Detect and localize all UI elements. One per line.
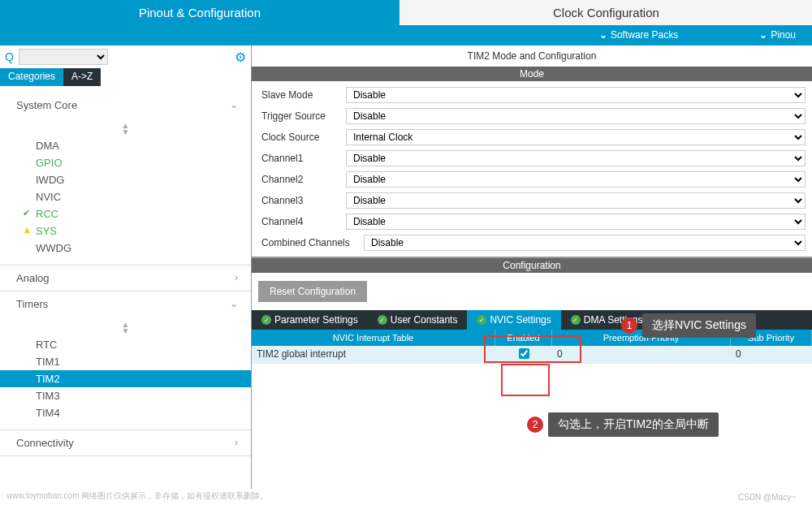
- annotation-1: 1 选择NVIC Settings: [621, 313, 756, 338]
- check-icon: ✓: [261, 315, 271, 325]
- group-analog[interactable]: Analog ›: [0, 265, 251, 291]
- trigger-source-select[interactable]: Disable: [346, 108, 806, 124]
- tab-nvic-settings[interactable]: ✓NVIC Settings: [467, 310, 560, 330]
- item-gpio[interactable]: GPIO: [0, 154, 251, 171]
- reset-button[interactable]: Reset Configuration: [258, 281, 367, 302]
- check-icon: ✓: [477, 315, 486, 325]
- check-icon: ✓: [571, 315, 581, 325]
- cell-preempt: 0: [552, 346, 731, 364]
- mode-label: Channel1: [258, 153, 346, 164]
- col-header: Enabled: [495, 330, 552, 346]
- mode-label: Clock Source: [258, 132, 346, 143]
- config-header: Configuration: [252, 258, 812, 273]
- chevron-right-icon: ›: [235, 272, 238, 284]
- tab-az[interactable]: A->Z: [63, 68, 101, 86]
- cell-sub: 0: [731, 346, 812, 364]
- group-label: Connectivity: [16, 437, 74, 449]
- sub-header: Software Packs Pinou: [0, 25, 812, 45]
- cell-name: TIM2 global interrupt: [252, 346, 495, 364]
- tab-categories[interactable]: Categories: [0, 68, 63, 86]
- sort-icon[interactable]: ▲▼: [0, 121, 251, 137]
- channel1-select[interactable]: Disable: [346, 150, 806, 166]
- item-tim3[interactable]: TIM3: [0, 387, 251, 404]
- group-connectivity[interactable]: Connectivity ›: [0, 430, 251, 455]
- group-system-core[interactable]: System Core ⌄: [0, 93, 251, 118]
- tab-clock[interactable]: Clock Configuration: [400, 0, 812, 25]
- item-rtc[interactable]: RTC: [0, 336, 251, 353]
- channel3-select[interactable]: Disable: [346, 192, 806, 209]
- footer-left: www.toymoban.com 网络图片仅供展示，非存储，如有侵权请联系删除。: [6, 490, 268, 502]
- annotation-badge: 1: [621, 317, 637, 334]
- pinout-menu[interactable]: Pinou: [743, 25, 812, 45]
- mode-label: Slave Mode: [258, 89, 346, 101]
- panel-title: TIM2 Mode and Configuration: [252, 45, 812, 67]
- top-tabs: Pinout & Configuration Clock Configurati…: [0, 0, 812, 25]
- search-icon: Q: [5, 50, 14, 63]
- category-tree: System Core ⌄ ▲▼ DMA GPIO IWDG NVIC ✔RCC…: [0, 86, 251, 489]
- group-label: Timers: [16, 298, 48, 310]
- mode-label: Trigger Source: [258, 110, 346, 122]
- check-icon: ✓: [378, 315, 387, 325]
- software-packs-menu[interactable]: Software Packs: [583, 25, 694, 45]
- table-row[interactable]: TIM2 global interrupt 0 0: [252, 346, 812, 364]
- mode-header: Mode: [252, 67, 812, 81]
- tab-pinout[interactable]: Pinout & Configuration: [0, 0, 400, 25]
- item-iwdg[interactable]: IWDG: [0, 171, 251, 188]
- warn-icon: ▲: [23, 225, 32, 235]
- left-panel: Q ⚙ Categories A->Z System Core ⌄ ▲▼ DMA…: [0, 45, 252, 489]
- slave-mode-select[interactable]: Disable: [346, 87, 806, 103]
- channel4-select[interactable]: Disable: [346, 214, 806, 230]
- mode-label: Channel2: [258, 174, 346, 185]
- mode-section: Slave ModeDisable Trigger SourceDisable …: [252, 81, 812, 258]
- channel2-select[interactable]: Disable: [346, 171, 806, 188]
- chevron-down-icon: ⌄: [230, 298, 238, 310]
- check-icon: ✔: [23, 208, 30, 218]
- item-tim1[interactable]: TIM1: [0, 353, 251, 370]
- item-nvic[interactable]: NVIC: [0, 188, 251, 205]
- mode-label: Combined Channels: [258, 237, 364, 248]
- mode-label: Channel3: [258, 195, 346, 206]
- annotation-2: 2 勾选上，开启TIM2的全局中断: [527, 412, 719, 437]
- sort-icon[interactable]: ▲▼: [0, 320, 251, 336]
- group-timers[interactable]: Timers ⌄: [0, 291, 251, 317]
- search-input[interactable]: [19, 49, 108, 65]
- item-tim2[interactable]: TIM2: [0, 370, 251, 387]
- group-label: System Core: [16, 99, 77, 111]
- group-label: Analog: [16, 272, 49, 284]
- item-dma[interactable]: DMA: [0, 137, 251, 154]
- annotation-badge: 2: [527, 417, 543, 433]
- tab-user-constants[interactable]: ✓User Constants: [368, 310, 468, 330]
- chevron-down-icon: ⌄: [230, 99, 238, 111]
- tab-parameter-settings[interactable]: ✓Parameter Settings: [252, 310, 368, 330]
- item-tim4[interactable]: TIM4: [0, 404, 251, 421]
- mode-label: Channel4: [258, 216, 346, 227]
- item-wwdg[interactable]: WWDG: [0, 240, 251, 257]
- clock-source-select[interactable]: Internal Clock: [346, 129, 806, 145]
- footer-right: CSDN @Macy~: [738, 493, 796, 502]
- enabled-checkbox[interactable]: [519, 348, 529, 359]
- chevron-right-icon: ›: [235, 437, 238, 449]
- annotation-text: 勾选上，开启TIM2的全局中断: [548, 412, 719, 437]
- item-sys[interactable]: ▲SYS: [0, 222, 251, 240]
- col-header: NVIC Interrupt Table: [252, 330, 495, 346]
- combined-channels-select[interactable]: Disable: [364, 235, 806, 251]
- gear-icon[interactable]: ⚙: [235, 50, 246, 65]
- annotation-text: 选择NVIC Settings: [642, 313, 756, 338]
- item-rcc[interactable]: ✔RCC: [0, 205, 251, 222]
